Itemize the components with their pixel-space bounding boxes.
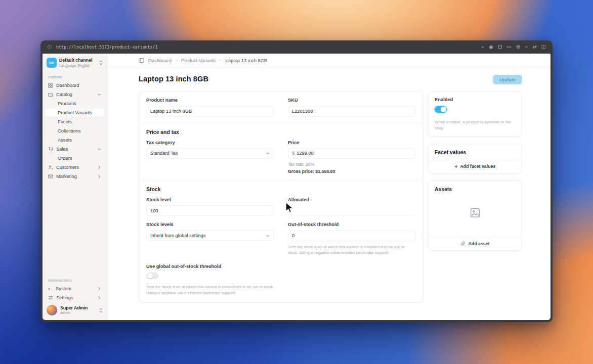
image-placeholder-icon [470, 207, 481, 218]
add-facet-values-button[interactable]: + Add facet values [429, 160, 522, 173]
sidebar-item-label: Catalog [56, 92, 94, 97]
tax-category-value: Standard Tax [150, 151, 178, 156]
currency-prefix: $ [292, 151, 294, 156]
globe-icon[interactable]: ⊕ [516, 44, 520, 50]
breadcrumb-item-product-variants[interactable]: Product Variants [181, 58, 216, 63]
allocated-label: Allocated [288, 197, 415, 202]
sidebar-item-label: Settings [56, 295, 94, 300]
panel-left-icon[interactable] [139, 58, 144, 63]
sidebar-item-label: Product Variants [58, 110, 101, 115]
page-title: Laptop 13 inch 8GB [139, 75, 208, 83]
user-role: admin [60, 310, 88, 315]
assets-dropzone[interactable] [435, 193, 516, 233]
sidebar-item-assets[interactable]: Assets [45, 136, 104, 144]
sidebar-item-dashboard[interactable]: Dashboard [45, 81, 104, 89]
breadcrumb-separator: › [220, 58, 221, 63]
stock-level-input[interactable] [146, 205, 274, 216]
sidebar-item-system[interactable]: >_ System [45, 285, 104, 293]
update-button[interactable]: Update [493, 75, 522, 84]
enabled-label: Enabled [435, 97, 516, 102]
enabled-panel: Enabled When enabled, a product is avail… [428, 91, 522, 137]
sidebar-item-label: Collections [58, 128, 101, 133]
sku-input[interactable] [288, 106, 415, 117]
mail-icon [48, 174, 53, 179]
channel-language: Language: English [59, 63, 93, 68]
avatar [47, 305, 57, 315]
user-name: Super Admin [60, 305, 88, 311]
chevron-down-icon [266, 234, 270, 238]
sidebar-item-label: Customers [56, 165, 94, 170]
sidebar-item-product-variants[interactable]: Product Variants [45, 109, 104, 117]
url-bar[interactable]: http://localhost:5173/product-variants/1 [56, 45, 158, 50]
paperclip-icon [460, 241, 465, 246]
sliders-icon [48, 295, 53, 300]
sidebar: DC Default channel Language: English Pla… [43, 54, 107, 320]
sidebar-item-facets[interactable]: Facets [45, 118, 104, 126]
window-icon[interactable]: ▭ [506, 44, 511, 50]
assets-heading: Assets [435, 187, 516, 192]
threshold-help-text: Sets the stock level at which this varia… [288, 244, 415, 256]
channel-switcher[interactable]: DC Default channel Language: English [45, 57, 104, 71]
gross-price-text: Gross price: $1,558.80 [288, 169, 415, 174]
sidebar-item-sales[interactable]: Sales [45, 145, 104, 153]
tax-category-select[interactable]: Standard Tax [146, 148, 274, 159]
cart-icon [48, 147, 53, 152]
toggle-knob [441, 107, 446, 112]
sidebar-toggle-icon[interactable]: ◫ [541, 44, 546, 50]
stock-heading: Stock [146, 187, 415, 192]
channel-badge: DC [47, 58, 57, 68]
add-facet-values-label: Add facet values [460, 164, 495, 169]
out-of-stock-threshold-input[interactable] [288, 231, 415, 241]
link-icon[interactable]: ⌁ [481, 44, 484, 50]
enabled-help-text: When enabled, a product is available in … [435, 119, 516, 131]
price-input[interactable] [296, 151, 411, 156]
assets-panel: Assets Add asset [428, 180, 522, 251]
use-global-help-text: Sets the stock level at which this varia… [146, 284, 275, 296]
terminal-icon: >_ [48, 287, 53, 291]
record-icon[interactable]: ◉ [489, 44, 493, 50]
side-panels: Enabled When enabled, a product is avail… [428, 91, 522, 251]
sidebar-item-collections[interactable]: Collections [45, 127, 104, 135]
tab-switch-icon[interactable]: ⇄ [532, 44, 536, 50]
section-label-platform: Platform [45, 71, 104, 81]
users-icon [48, 165, 53, 170]
browser-window: ⓘ http://localhost:5173/product-variants… [40, 40, 553, 322]
chevron-down-icon [97, 93, 101, 97]
camera-icon[interactable]: ⊡ [498, 44, 502, 50]
browser-titlebar: ⓘ http://localhost:5173/product-variants… [40, 40, 553, 54]
sidebar-item-label: Marketing [56, 174, 94, 179]
chevron-right-icon [97, 296, 101, 300]
product-name-label: Product name [146, 98, 274, 103]
use-global-threshold-label: Use global out-of-stock threshold [146, 264, 275, 269]
breadcrumb-item-dashboard[interactable]: Dashboard [148, 58, 172, 63]
sidebar-item-catalog[interactable]: Catalog [45, 90, 104, 99]
stock-levels-select[interactable]: Inherit from global settings [146, 230, 274, 241]
titlebar-icons: ⌁ ◉ ⊡ ▭ ⊕ ○ ⇄ ◫ [481, 44, 546, 50]
stock-levels-label: Stock levels [146, 222, 274, 227]
admin-app: DC Default channel Language: English Pla… [43, 54, 550, 320]
info-icon: ⓘ [47, 44, 52, 51]
sidebar-item-settings[interactable]: Settings [45, 294, 104, 302]
price-field: $ [288, 148, 415, 159]
sidebar-item-orders[interactable]: Orders [45, 154, 104, 162]
user-menu[interactable]: Super Admin admin [45, 302, 104, 316]
sidebar-item-products[interactable]: Products [45, 100, 104, 108]
page-content: Laptop 13 inch 8GB Update Product name [107, 67, 550, 320]
use-global-threshold-toggle[interactable] [146, 272, 158, 279]
add-asset-button[interactable]: Add asset [429, 237, 522, 250]
price-label: Price [288, 140, 415, 145]
sku-label: SKU [288, 98, 415, 103]
sidebar-item-marketing[interactable]: Marketing [45, 172, 104, 180]
extensions-icon[interactable]: ○ [525, 44, 528, 50]
sidebar-item-label: System [56, 286, 94, 291]
desktop: { "browser": { "url": "http://localhost:… [0, 0, 593, 364]
tax-category-label: Tax category [146, 140, 274, 145]
product-name-input[interactable] [146, 106, 274, 117]
enabled-toggle[interactable] [435, 106, 447, 113]
channel-name: Default channel [59, 58, 93, 63]
sidebar-item-customers[interactable]: Customers [45, 163, 104, 171]
stock-level-label: Stock level [146, 197, 274, 202]
sidebar-item-label: Products [58, 101, 101, 106]
section-label-administration: Administration [45, 275, 104, 284]
chevron-right-icon [97, 174, 101, 178]
